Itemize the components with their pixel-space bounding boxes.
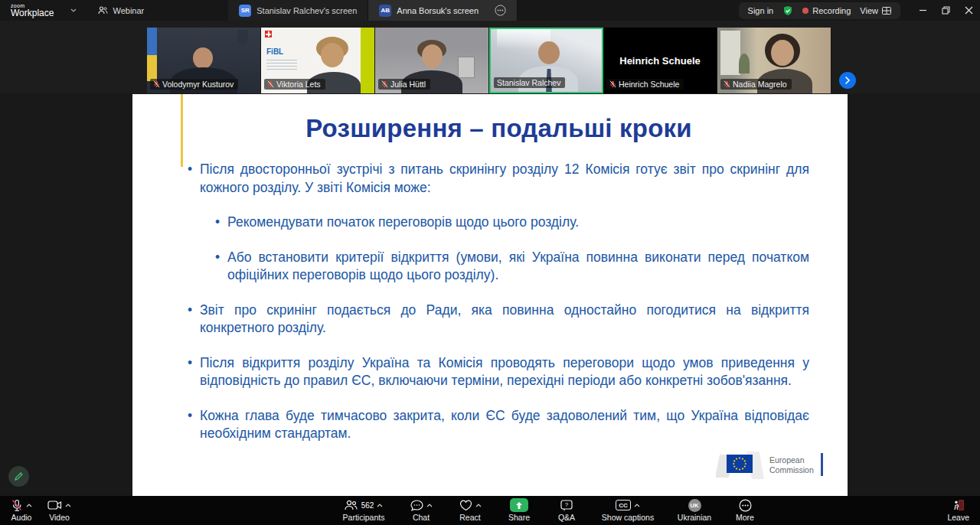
close-button[interactable] xyxy=(957,0,980,21)
participant-name-label: Volodymyr Kusturov xyxy=(150,79,238,90)
participant-name-label: Nadiia Magrelo xyxy=(720,79,792,90)
tab-stanislav-screen[interactable]: SR Stanislav Ralchev's screen xyxy=(228,0,368,21)
titlebar-right: Sign in Recording View xyxy=(739,0,980,21)
tab-options-icon[interactable] xyxy=(495,5,506,16)
share-screen-icon xyxy=(510,498,528,512)
slide-accent-bar xyxy=(181,94,183,167)
recording-indicator[interactable]: Recording xyxy=(802,6,851,15)
heart-icon xyxy=(459,500,472,511)
participants-icon xyxy=(345,500,358,510)
view-button[interactable]: View xyxy=(860,6,891,15)
chat-chevron-icon[interactable] xyxy=(426,504,433,507)
cc-icon: CC xyxy=(616,500,631,510)
fibl-logo-text: FiBL xyxy=(266,47,283,56)
captions-chevron-icon[interactable] xyxy=(634,504,640,507)
bullet-item: Звіт про скринінг подається до Ради, яка… xyxy=(188,302,809,338)
qa-button[interactable]: ? Q&A xyxy=(547,496,586,525)
video-tile-julia[interactable]: Julia Hüttl xyxy=(375,28,489,93)
video-tile-stanislav-active[interactable]: Stanislav Ralchev xyxy=(489,28,603,93)
slide-bullet-list: Після двосторонньої зустрічі з питань ск… xyxy=(188,161,809,443)
leave-door-icon xyxy=(952,499,965,511)
screen-share-tabs: SR Stanislav Ralchev's screen AB Anna Bo… xyxy=(228,0,518,21)
muted-mic-icon xyxy=(609,80,616,88)
video-tile-nadiia[interactable]: Nadiia Magrelo xyxy=(717,28,831,93)
sign-in-button[interactable]: Sign in xyxy=(748,6,774,15)
recording-dot-icon xyxy=(802,8,808,14)
participants-button[interactable]: 562 Participants xyxy=(334,496,394,525)
participants-chevron-icon[interactable] xyxy=(377,504,383,507)
minimize-button[interactable] xyxy=(911,0,934,21)
meeting-status-cluster: Sign in Recording View xyxy=(739,2,900,19)
audio-chevron-icon[interactable] xyxy=(26,504,32,507)
ukraine-flag xyxy=(147,28,157,81)
chat-icon xyxy=(410,500,423,511)
participants-count: 562 xyxy=(361,501,374,510)
avatar: SR xyxy=(239,5,251,17)
workplace-logo-text: Workplace xyxy=(11,8,54,18)
next-participants-button[interactable] xyxy=(839,72,856,89)
ec-logo-text: European Commission xyxy=(769,455,814,474)
view-label: View xyxy=(860,6,878,15)
more-button[interactable]: More xyxy=(726,496,764,525)
video-tile-viktoria[interactable]: FiBL Viktoria Lets xyxy=(261,28,375,93)
swiss-cross-icon xyxy=(265,31,272,38)
tab-label: Stanislav Ralchev's screen xyxy=(256,6,357,15)
chat-button[interactable]: Chat xyxy=(400,496,443,525)
video-tile-volodymyr[interactable]: Volodymyr Kusturov xyxy=(147,28,261,93)
tab-label: Anna Borsuk's screen xyxy=(397,6,479,15)
meeting-toolbar: Audio Video xyxy=(0,496,980,525)
muted-mic-icon xyxy=(381,80,388,88)
zoom-meeting-window: zoom Workplace Webinar SR Stanislav Ralc… xyxy=(0,0,980,525)
participant-name-label: Viktoria Lets xyxy=(264,79,325,90)
maximize-button[interactable] xyxy=(934,0,957,21)
emblem-shape xyxy=(237,30,248,45)
muted-mic-icon xyxy=(153,80,160,88)
slide-title: Розширення – подальші кроки xyxy=(188,114,809,143)
shield-check-icon[interactable] xyxy=(782,5,793,16)
language-badge-icon: UK xyxy=(688,499,701,512)
participant-name-label: Julia Hüttl xyxy=(378,79,430,90)
video-chevron-icon[interactable] xyxy=(65,504,71,507)
audio-button[interactable]: Audio xyxy=(11,496,32,525)
title-bar: zoom Workplace Webinar SR Stanislav Ralc… xyxy=(0,0,980,21)
share-button[interactable]: Share xyxy=(498,496,541,525)
webinar-tab-label: Webinar xyxy=(113,6,144,15)
annotate-button[interactable] xyxy=(8,466,29,487)
presentation-slide: Розширення – подальші кроки Після двосто… xyxy=(132,94,848,496)
eu-flag-icon xyxy=(727,455,753,473)
bullet-item: Або встановити критерії відкриття (умови… xyxy=(216,249,809,285)
tab-anna-screen[interactable]: AB Anna Borsuk's screen xyxy=(368,0,518,21)
chevron-down-icon[interactable] xyxy=(70,8,77,12)
video-tile-heinrich[interactable]: Heinrich Schuele Heinrich Schuele xyxy=(603,28,717,93)
zoom-workplace-logo: zoom Workplace xyxy=(11,3,54,18)
leave-button[interactable]: Leave xyxy=(947,496,969,525)
mic-muted-icon xyxy=(11,499,23,512)
bullet-item: Після двосторонньої зустрічі з питань ск… xyxy=(188,161,809,197)
video-thumbnail-strip: Volodymyr Kusturov FiBL Viktoria Lets xyxy=(0,21,980,93)
view-grid-icon xyxy=(882,7,891,15)
participant-name-label: Stanislav Ralchev xyxy=(494,77,565,88)
bullet-item: Рекомендувати початок переговорів щодо ц… xyxy=(216,214,809,232)
bullet-item: Кожна глава буде тимчасово закрита, коли… xyxy=(188,407,809,443)
camera-icon xyxy=(47,500,62,510)
avatar: AB xyxy=(379,5,391,17)
pencil-icon xyxy=(14,471,24,481)
participant-name-label: Heinrich Schuele xyxy=(606,79,684,90)
svg-text:?: ? xyxy=(565,501,569,508)
recording-label: Recording xyxy=(812,6,851,15)
qa-icon: ? xyxy=(560,500,573,511)
participant-tiles: Volodymyr Kusturov FiBL Viktoria Lets xyxy=(147,28,831,93)
react-chevron-icon[interactable] xyxy=(475,504,482,507)
captions-button[interactable]: CC Show captions xyxy=(593,496,663,525)
shared-screen-area: Розширення – подальші кроки Після двосто… xyxy=(0,93,980,496)
tab-webinar[interactable]: Webinar xyxy=(90,0,152,21)
language-button[interactable]: UK Ukrainian xyxy=(669,496,720,525)
bullet-item: Після відкриття розділу Україна та Коміс… xyxy=(188,354,809,390)
react-button[interactable]: React xyxy=(449,496,492,525)
muted-mic-icon xyxy=(724,80,730,88)
european-commission-logo: European Commission xyxy=(716,450,823,481)
video-button[interactable]: Video xyxy=(47,496,71,525)
more-ellipsis-icon xyxy=(739,499,752,512)
muted-mic-icon xyxy=(267,80,274,88)
webinar-people-icon xyxy=(98,6,108,15)
